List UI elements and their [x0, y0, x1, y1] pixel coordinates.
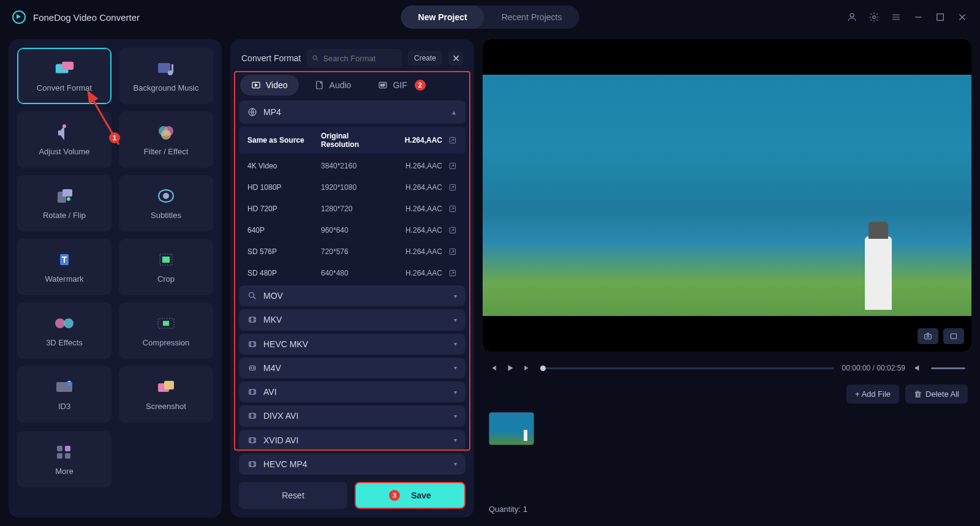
volume-icon[interactable]	[914, 364, 922, 372]
volume-slider[interactable]	[931, 367, 965, 369]
tool-background-music[interactable]: Background Music	[119, 48, 213, 104]
svg-point-49	[251, 367, 251, 368]
svg-point-50	[253, 367, 254, 368]
search-format[interactable]	[307, 49, 402, 67]
right-pane: 00:00:00 / 00:02:59 + Add File 🗑Delete A…	[483, 39, 971, 517]
tool-label: 3D Effects	[46, 338, 83, 347]
svg-rect-47	[249, 342, 256, 347]
tool-adjust-volume[interactable]: Adjust Volume	[17, 111, 111, 168]
fullscreen-icon[interactable]	[943, 328, 964, 344]
svg-point-25	[67, 381, 72, 386]
svg-rect-46	[249, 317, 256, 322]
format-tab-gif[interactable]: GIFGIF2	[367, 75, 436, 96]
format-panel: Convert Format Create ✕ VideoAudioGIFGIF…	[230, 39, 474, 517]
tool-label: Background Music	[134, 83, 199, 92]
tool-filter-effect[interactable]: Filter / Effect	[119, 111, 213, 168]
format-mp4-header[interactable]: MP4▲	[239, 100, 466, 124]
svg-text:T: T	[62, 255, 67, 265]
tool-convert-format[interactable]: Convert Format	[17, 48, 111, 104]
search-icon	[312, 54, 319, 62]
tool-crop[interactable]: Crop	[119, 239, 213, 295]
titlebar: FoneDog Video Converter New Project Rece…	[0, 0, 980, 34]
preset-row[interactable]: 640P960*640H.264,AAC	[239, 221, 466, 239]
save-button[interactable]: 3 Save	[355, 482, 466, 509]
create-button[interactable]: Create	[408, 51, 442, 66]
close-icon[interactable]	[957, 12, 968, 23]
maximize-icon[interactable]	[935, 12, 946, 23]
rotate-icon	[54, 187, 75, 205]
svg-point-20	[55, 318, 65, 328]
gear-icon[interactable]	[869, 12, 880, 23]
save-badge: 3	[389, 490, 400, 501]
format-avi-header[interactable]: AVI▾	[239, 381, 466, 402]
tool-subtitles[interactable]: Subtitles	[119, 175, 213, 231]
close-panel-button[interactable]: ✕	[448, 51, 463, 66]
preset-row[interactable]: HD 1080P1920*1080H.264,AAC	[239, 178, 466, 197]
crop-icon	[156, 251, 176, 268]
format-hevc-mp4-header[interactable]: HEVC MP4▾	[239, 454, 466, 475]
tab-recent-projects[interactable]: Recent Projects	[484, 6, 579, 29]
svg-rect-27	[164, 381, 174, 389]
panel-title: Convert Format	[241, 53, 301, 63]
format-tab-video[interactable]: Video	[240, 75, 299, 96]
preset-row[interactable]: Same as SourceOriginal ResolutionH.264,A…	[239, 127, 466, 154]
time-display: 00:00:00 / 00:02:59	[842, 364, 905, 372]
svg-rect-7	[172, 64, 173, 73]
thumbnail-item[interactable]	[489, 412, 534, 445]
annotation-indicator-1: 1	[109, 132, 120, 143]
add-file-button[interactable]: + Add File	[846, 385, 899, 404]
app-logo	[12, 10, 26, 24]
svg-rect-30	[57, 453, 62, 459]
format-m4v-header[interactable]: M4V▾	[239, 358, 466, 378]
format-mov-header[interactable]: MOV▾	[239, 285, 466, 306]
video-preview[interactable]	[483, 39, 971, 351]
id3-icon	[54, 378, 75, 396]
preset-row[interactable]: 4K Video3840*2160H.264,AAC	[239, 157, 466, 175]
play-icon[interactable]	[506, 364, 514, 372]
search-input[interactable]	[323, 54, 397, 63]
svg-point-1	[873, 16, 876, 19]
svg-point-8	[62, 124, 66, 128]
minimize-icon[interactable]	[913, 12, 924, 23]
svg-rect-54	[249, 462, 256, 467]
tool-rotate-flip[interactable]: Rotate / Flip	[17, 175, 111, 231]
tool-screenshot[interactable]: Screenshot	[119, 366, 213, 423]
prev-icon[interactable]	[489, 364, 497, 372]
menu-icon[interactable]	[891, 12, 902, 23]
subtitles-icon	[156, 187, 176, 205]
svg-text:GIF: GIF	[380, 84, 385, 87]
tool-label: Convert Format	[37, 83, 92, 92]
format-xvid-avi-header[interactable]: XVID AVI▾	[239, 430, 466, 451]
svg-rect-19	[162, 257, 170, 263]
svg-rect-31	[65, 453, 70, 459]
format-tab-audio[interactable]: Audio	[304, 75, 363, 96]
tool-compression[interactable]: Compression	[119, 302, 213, 359]
svg-rect-53	[249, 438, 256, 443]
convert-icon	[54, 60, 75, 77]
svg-rect-13	[62, 189, 72, 197]
delete-all-button[interactable]: 🗑Delete All	[905, 385, 968, 404]
seek-bar[interactable]	[540, 367, 834, 369]
account-icon[interactable]	[846, 12, 858, 23]
app-title: FoneDog Video Converter	[33, 12, 140, 23]
reset-button[interactable]: Reset	[239, 482, 347, 509]
format-mkv-header[interactable]: MKV▾	[239, 309, 466, 330]
preset-row[interactable]: SD 480P640*480H.264,AAC	[239, 264, 466, 282]
preset-row[interactable]: HD 720P1280*720H.264,AAC	[239, 200, 466, 218]
tool-3d-effects[interactable]: 3D Effects	[17, 302, 111, 359]
svg-rect-52	[249, 413, 256, 418]
player-controls: 00:00:00 / 00:02:59	[483, 358, 971, 378]
preset-row[interactable]: SD 576P720*576H.264,AAC	[239, 242, 466, 261]
camera-icon[interactable]	[918, 328, 938, 344]
format-hevc-mkv-header[interactable]: HEVC MKV▾	[239, 334, 466, 355]
tool-more[interactable]: More	[17, 431, 111, 487]
music-icon	[156, 60, 176, 77]
tool-label: Compression	[143, 338, 190, 347]
next-icon[interactable]	[523, 364, 532, 372]
tool-watermark[interactable]: TWatermark	[17, 239, 111, 295]
format-divx-avi-header[interactable]: DIVX AVI▾	[239, 405, 466, 426]
tab-badge: 2	[415, 80, 426, 91]
tool-id3[interactable]: ID3	[17, 366, 111, 423]
tab-new-project[interactable]: New Project	[401, 6, 484, 29]
filter-icon	[156, 124, 176, 141]
